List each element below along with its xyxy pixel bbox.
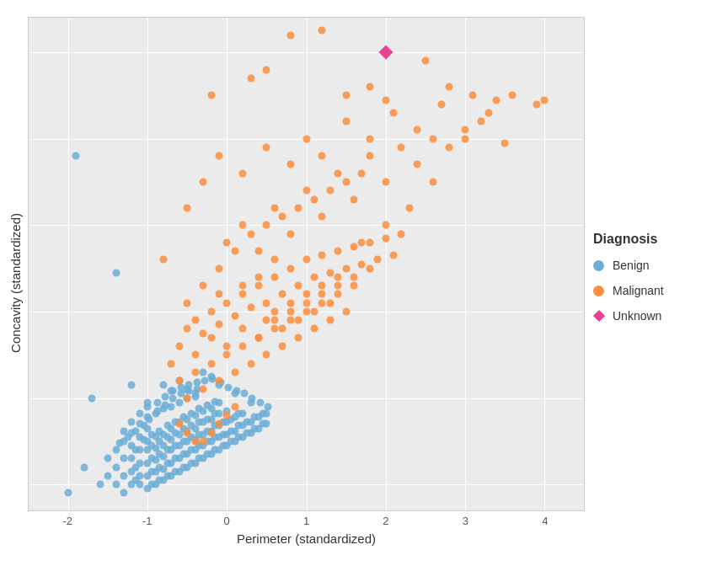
data-point xyxy=(295,204,302,211)
data-point xyxy=(140,435,147,443)
data-point xyxy=(263,66,270,73)
data-point xyxy=(247,230,254,238)
data-point xyxy=(153,407,161,414)
data-point xyxy=(493,96,500,104)
y-axis-label: Concavity (standardized) xyxy=(8,213,23,353)
data-point xyxy=(247,360,254,367)
data-point xyxy=(310,325,318,333)
x-tick: -1 xyxy=(142,515,153,527)
data-point xyxy=(500,139,508,147)
data-point xyxy=(191,368,199,376)
data-point xyxy=(120,455,127,462)
data-point xyxy=(112,269,120,276)
data-point xyxy=(160,382,168,389)
data-point xyxy=(358,169,366,177)
data-point xyxy=(326,299,334,307)
data-point xyxy=(263,222,270,229)
data-point xyxy=(146,416,153,424)
data-point xyxy=(207,307,215,315)
data-point xyxy=(200,437,207,445)
data-point xyxy=(405,204,413,211)
data-point xyxy=(169,394,177,402)
chart-area: -101234 -2-101234 Perimeter (standardize… xyxy=(28,17,585,549)
data-point xyxy=(136,459,143,467)
data-point xyxy=(358,238,366,246)
data-point xyxy=(374,256,382,264)
legend-item-unknown: Unknown xyxy=(593,309,661,323)
data-point xyxy=(279,325,286,333)
data-point xyxy=(533,100,540,108)
data-point xyxy=(187,410,195,418)
x-tick: 1 xyxy=(303,515,309,527)
data-point xyxy=(279,291,286,298)
data-point xyxy=(175,343,183,350)
data-point xyxy=(310,307,318,315)
data-point xyxy=(215,377,222,385)
data-point xyxy=(318,27,326,35)
data-point xyxy=(96,481,104,489)
data-point xyxy=(342,92,350,99)
data-point xyxy=(239,169,247,177)
data-point xyxy=(318,299,326,307)
data-point xyxy=(310,195,318,203)
data-point xyxy=(302,291,310,298)
data-point xyxy=(430,135,437,142)
data-point xyxy=(318,252,326,259)
data-point xyxy=(223,343,231,350)
data-point xyxy=(200,282,207,290)
data-point xyxy=(207,429,215,436)
data-point xyxy=(184,325,191,333)
data-point xyxy=(195,404,203,412)
data-point xyxy=(256,398,264,406)
data-point xyxy=(366,83,373,91)
data-point xyxy=(203,401,211,408)
data-point xyxy=(223,299,231,307)
data-point xyxy=(160,256,168,264)
data-point xyxy=(156,427,163,435)
data-point xyxy=(279,213,286,221)
chart-wrapper: Concavity (standardized) -101234 -2-1012… xyxy=(8,17,720,549)
data-point xyxy=(350,195,357,203)
data-point xyxy=(366,135,373,142)
data-point xyxy=(302,299,310,307)
plot-region: -101234 xyxy=(28,17,585,511)
data-point xyxy=(65,489,72,497)
data-point xyxy=(163,422,171,430)
x-tick: 2 xyxy=(383,515,388,527)
data-point xyxy=(177,384,185,392)
data-point xyxy=(239,325,247,333)
data-point xyxy=(200,329,207,337)
data-point xyxy=(225,384,233,392)
data-point xyxy=(540,96,548,104)
data-point xyxy=(398,143,405,151)
data-point xyxy=(350,273,357,280)
data-point xyxy=(430,179,437,186)
data-point xyxy=(485,109,493,116)
x-tick: 4 xyxy=(542,515,548,527)
x-axis-ticks: -2-101234 xyxy=(28,511,585,530)
data-point xyxy=(279,343,286,350)
data-point xyxy=(215,321,222,328)
data-point xyxy=(191,392,199,400)
data-point xyxy=(153,398,161,406)
data-point xyxy=(247,303,254,311)
data-point xyxy=(382,234,389,242)
data-point xyxy=(120,489,127,497)
data-point xyxy=(136,410,143,418)
data-point xyxy=(390,109,398,116)
data-point xyxy=(247,74,254,82)
legend: Diagnosis Benign Malignant Unknown xyxy=(585,218,720,348)
data-point xyxy=(239,282,247,290)
data-point xyxy=(88,394,96,402)
data-point xyxy=(80,463,88,471)
data-point xyxy=(270,204,278,211)
data-point xyxy=(366,264,373,272)
data-point xyxy=(302,187,310,195)
data-point xyxy=(169,387,177,395)
data-point xyxy=(112,446,120,454)
data-point xyxy=(263,299,270,307)
legend-label-unknown: Unknown xyxy=(613,309,661,323)
data-point xyxy=(161,392,169,400)
data-point xyxy=(295,334,302,341)
data-point xyxy=(116,439,124,446)
